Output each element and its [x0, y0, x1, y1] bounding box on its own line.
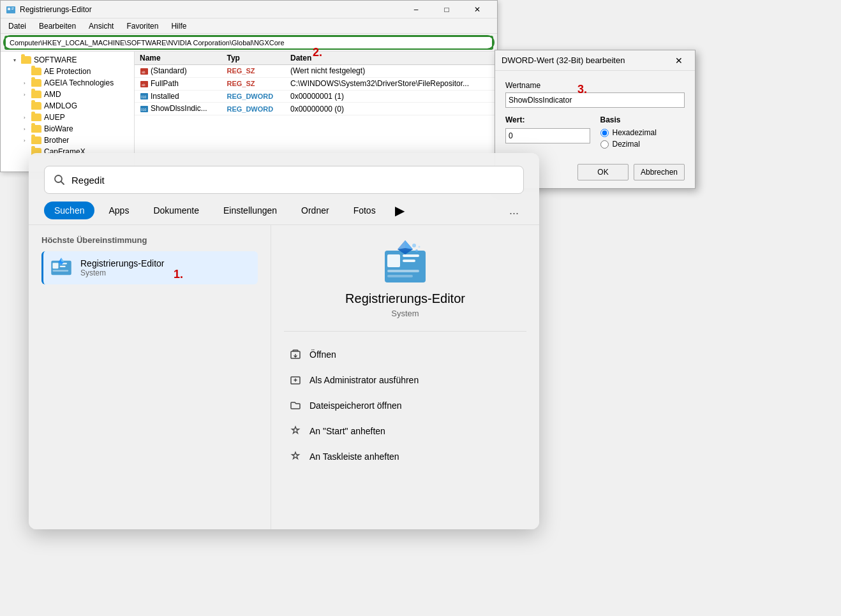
search-input[interactable] — [71, 175, 514, 186]
window-controls: – □ ✕ — [401, 1, 492, 18]
radio-dez-input[interactable] — [600, 140, 609, 149]
svg-rect-23 — [403, 254, 419, 257]
tab-more-icon[interactable]: ▶ — [390, 203, 410, 218]
search-box[interactable] — [44, 166, 524, 194]
row-type: REG_SZ — [221, 65, 285, 78]
regedit-menubar: Datei Bearbeiten Ansicht Favoriten Hilfe — [1, 18, 497, 34]
search-result-item[interactable]: Registrierungs-Editor System — [41, 251, 258, 284]
table-row[interactable]: ab(Standard)REG_SZ(Wert nicht festgelegt… — [135, 65, 497, 78]
tree-item-ae-protection[interactable]: AE Protection — [1, 66, 134, 77]
tree-item-amd[interactable]: › AMD — [1, 89, 134, 100]
tree-item-brother[interactable]: › Brother — [1, 135, 134, 146]
row-name: 010Installed — [135, 90, 221, 103]
action-folder[interactable]: Dateispeicherort öffnen — [284, 393, 526, 418]
action-open[interactable]: Öffnen — [284, 342, 526, 367]
sz-icon: ab — [140, 66, 151, 75]
svg-rect-22 — [387, 254, 400, 267]
abbrechen-button[interactable]: Abbrechen — [634, 164, 685, 180]
action-pin-start[interactable]: An "Start" anheften — [284, 418, 526, 444]
col-type: Typ — [221, 52, 285, 65]
row-data: 0x00000000 (0) — [285, 103, 497, 115]
pin-start-icon — [289, 425, 302, 437]
search-overlay: Suchen Apps Dokumente Einstellungen Ordn… — [29, 153, 539, 529]
tree-item-auep[interactable]: › AUEP — [1, 112, 134, 123]
radio-dez-label: Dezimal — [613, 140, 640, 149]
radio-dezimal[interactable]: Dezimal — [600, 140, 685, 149]
table-row[interactable]: 010ShowDlssIndic...REG_DWORD0x00000000 (… — [135, 103, 497, 115]
dialog-close-button[interactable]: ✕ — [669, 51, 688, 70]
dialog-row: Wert: Basis Hexadezimal Dezimal — [505, 115, 685, 149]
col-name: Name — [135, 52, 221, 65]
action-open-label: Öffnen — [309, 349, 336, 360]
action-folder-label: Dateispeicherort öffnen — [309, 400, 402, 411]
radio-hexadezimal[interactable]: Hexadezimal — [600, 128, 685, 137]
menu-ansicht[interactable]: Ansicht — [84, 20, 119, 32]
open-icon — [289, 348, 302, 361]
sz-icon: ab — [140, 79, 151, 88]
tree-label: AMD — [44, 90, 61, 99]
folder-icon — [21, 56, 31, 64]
folder-icon — [31, 125, 41, 133]
search-content: Höchste Übereinstimmung Registrierungs-E… — [29, 225, 539, 529]
action-admin[interactable]: Als Administrator ausführen — [284, 367, 526, 393]
menu-favoriten[interactable]: Favoriten — [121, 20, 163, 32]
col-data: Daten — [285, 52, 497, 65]
tab-apps[interactable]: Apps — [98, 202, 139, 219]
table-row[interactable]: 010InstalledREG_DWORD0x00000001 (1) — [135, 90, 497, 103]
folder-icon — [31, 91, 41, 98]
tree-label: AMDLOG — [44, 101, 77, 110]
close-button[interactable]: ✕ — [463, 1, 492, 18]
tab-ellipsis[interactable]: ... — [504, 204, 524, 217]
regedit-small-icon — [50, 256, 73, 279]
basis-radio-group: Hexadezimal Dezimal — [600, 128, 685, 149]
folder-icon — [31, 102, 41, 110]
tree-item-bioware[interactable]: › BioWare — [1, 123, 134, 135]
svg-line-13 — [61, 182, 64, 185]
regedit-title: Registrierungs-Editor — [20, 5, 92, 14]
svg-text:010: 010 — [141, 108, 147, 112]
tree-item-ageia[interactable]: › AGEIA Technologies — [1, 77, 134, 89]
folder-icon — [31, 79, 41, 87]
regedit-title-icon — [6, 4, 16, 15]
svg-rect-15 — [53, 263, 59, 268]
row-data: C:\WINDOWS\System32\DriverStore\FileRepo… — [285, 77, 497, 90]
menu-hilfe[interactable]: Hilfe — [166, 20, 191, 32]
tab-fotos[interactable]: Fotos — [343, 202, 386, 219]
admin-icon — [289, 374, 302, 386]
tab-suchen[interactable]: Suchen — [44, 202, 94, 219]
ok-button[interactable]: OK — [577, 164, 629, 180]
wert-input[interactable] — [505, 128, 590, 143]
tab-dokumente[interactable]: Dokumente — [143, 202, 209, 219]
svg-rect-1 — [8, 8, 10, 10]
wertname-input[interactable] — [505, 92, 685, 108]
menu-bearbeiten[interactable]: Bearbeiten — [34, 20, 81, 32]
radio-hex-label: Hexadezimal — [613, 128, 657, 137]
tree-item-software[interactable]: ▾ SOFTWARE — [1, 54, 134, 66]
tab-ordner[interactable]: Ordner — [291, 202, 339, 219]
search-bar-area — [29, 153, 539, 202]
maximize-button[interactable]: □ — [432, 1, 461, 18]
radio-hex-input[interactable] — [600, 129, 609, 137]
menu-datei[interactable]: Datei — [3, 20, 31, 32]
svg-rect-25 — [387, 270, 419, 272]
svg-text:010: 010 — [141, 95, 147, 99]
action-pin-taskbar[interactable]: An Taskleiste anheften — [284, 444, 526, 469]
detail-app-sub: System — [391, 309, 419, 318]
minimize-button[interactable]: – — [401, 1, 431, 18]
svg-point-32 — [419, 246, 420, 248]
search-icon — [54, 174, 65, 186]
tab-einstellungen[interactable]: Einstellungen — [213, 202, 287, 219]
tree-label: SOFTWARE — [34, 55, 77, 64]
table-row[interactable]: abFullPathREG_SZC:\WINDOWS\System32\Driv… — [135, 77, 497, 90]
row-type: REG_SZ — [221, 77, 285, 90]
chevron-right-icon: › — [24, 138, 30, 143]
divider — [284, 331, 526, 332]
dialog-body: Wertname Wert: Basis Hexadezimal Dezimal — [495, 71, 695, 159]
address-input[interactable] — [4, 36, 493, 50]
dword-icon: 010 — [140, 104, 151, 113]
row-type: REG_DWORD — [221, 103, 285, 115]
tree-item-amdlog[interactable]: AMDLOG — [1, 100, 134, 112]
folder-open-icon — [289, 399, 302, 412]
search-tabs: Suchen Apps Dokumente Einstellungen Ordn… — [29, 202, 539, 225]
chevron-right-icon: › — [24, 92, 30, 98]
